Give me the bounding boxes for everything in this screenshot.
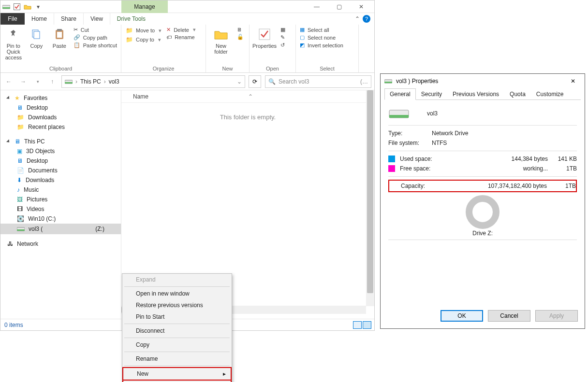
paste-shortcut-button[interactable]: 📋Paste shortcut xyxy=(74,42,117,48)
tree-item-cdrive[interactable]: 💽Win10 (C:) xyxy=(0,214,121,224)
back-button[interactable]: ← xyxy=(3,76,14,87)
pic-icon: 🖼 xyxy=(17,196,23,203)
tree-item-vol3[interactable]: vol3 ( (Z:) xyxy=(0,224,121,234)
ribbon: Pin to Quick access Copy Paste ✂Cut 🔗Cop… xyxy=(0,25,374,73)
tab-general[interactable]: General xyxy=(384,88,416,100)
tab-previous-versions[interactable]: Previous Versions xyxy=(447,88,504,100)
menu-disconnect[interactable]: Disconnect xyxy=(122,325,232,337)
tab-home[interactable]: Home xyxy=(25,13,54,25)
menu-pin-to-start[interactable]: Pin to Start xyxy=(122,311,232,323)
easy-access-button[interactable]: 🔓 xyxy=(237,34,244,40)
manage-contextual-tab[interactable]: Manage xyxy=(121,0,168,13)
breadcrumb[interactable]: vol3 xyxy=(109,78,119,85)
tree-item-documents[interactable]: 📄Documents xyxy=(0,166,121,175)
refresh-button[interactable]: ⟳ xyxy=(249,75,261,88)
tab-view[interactable]: View xyxy=(84,13,110,25)
svg-rect-6 xyxy=(57,29,62,31)
help-icon[interactable]: ? xyxy=(363,15,370,23)
view-large-button[interactable] xyxy=(363,321,371,329)
maximize-button[interactable]: ▢ xyxy=(328,0,350,13)
tree-item-recent[interactable]: 📁Recent places xyxy=(0,122,121,132)
tree-item-music[interactable]: ♪Music xyxy=(0,185,121,195)
dialog-tabs: General Security Previous Versions Quota… xyxy=(384,88,581,100)
search-box[interactable]: 🔍 Search vol3 (… xyxy=(265,75,371,88)
paste-button[interactable]: Paste xyxy=(50,27,69,49)
navigation-tree[interactable]: ★Favorites 🖥Desktop 📁Downloads 📁Recent p… xyxy=(0,90,121,330)
qat-overflow-icon[interactable]: ▾ xyxy=(34,3,42,11)
up-button[interactable]: ↑ xyxy=(47,76,58,87)
apply-button[interactable]: Apply xyxy=(535,310,578,322)
tree-item-pictures[interactable]: 🖼Pictures xyxy=(0,195,121,204)
move-to-button[interactable]: 📁Move to▾ xyxy=(125,27,162,34)
pie-chart xyxy=(466,195,500,229)
menu-restore-versions[interactable]: Restore previous versions xyxy=(122,299,232,311)
tree-network[interactable]: 🖧Network xyxy=(0,239,121,249)
tab-security[interactable]: Security xyxy=(416,88,447,100)
copy-to-button[interactable]: 📁Copy to▾ xyxy=(125,36,162,43)
ok-button[interactable]: OK xyxy=(441,310,483,322)
star-icon: ★ xyxy=(15,95,20,101)
menu-copy[interactable]: Copy xyxy=(122,339,232,351)
tab-file[interactable]: File xyxy=(0,13,25,25)
delete-button[interactable]: ✕Delete▾ xyxy=(166,27,196,33)
open-button[interactable]: ▦ xyxy=(280,27,285,33)
dialog-close-button[interactable]: ✕ xyxy=(565,78,581,85)
tree-item-downloads[interactable]: 📁Downloads xyxy=(0,113,121,122)
cancel-button[interactable]: Cancel xyxy=(488,310,530,322)
drive-name: vol3 xyxy=(427,110,438,117)
scrollbar-vertical[interactable] xyxy=(366,90,374,306)
menu-rename[interactable]: Rename xyxy=(122,353,232,365)
rename-button[interactable]: 🏷Rename xyxy=(166,34,196,40)
new-item-button[interactable]: 🗎 xyxy=(237,27,244,32)
properties-button[interactable]: Properties xyxy=(253,27,276,49)
tree-item-desktop2[interactable]: 🖥Desktop xyxy=(0,156,121,166)
svg-rect-7 xyxy=(57,32,62,38)
svg-rect-10 xyxy=(65,82,73,84)
recent-button[interactable]: ▾ xyxy=(32,76,43,87)
tree-item-videos[interactable]: 🎞Videos xyxy=(0,204,121,214)
desktop-icon: 🖥 xyxy=(17,157,23,164)
submenu-arrow-icon: ▸ xyxy=(223,370,226,377)
tree-item-3d[interactable]: ▣3D Objects xyxy=(0,146,121,156)
tree-item-desktop[interactable]: 🖥Desktop xyxy=(0,103,121,113)
drive-icon xyxy=(2,3,10,11)
close-button[interactable]: ✕ xyxy=(350,0,372,13)
history-button[interactable]: ↺ xyxy=(280,42,285,48)
view-details-button[interactable] xyxy=(353,321,362,329)
drive-big-icon xyxy=(388,106,427,121)
pin-to-quick-access-button[interactable]: Pin to Quick access xyxy=(4,27,23,60)
tree-this-pc[interactable]: 🖥This PC xyxy=(0,137,121,146)
breadcrumb[interactable]: This PC xyxy=(80,78,101,85)
netdrive-icon xyxy=(384,77,392,85)
invert-selection-button[interactable]: ◩Invert selection xyxy=(300,42,343,48)
svg-rect-12 xyxy=(17,229,25,231)
select-all-icon: ▦ xyxy=(300,27,305,33)
edit-button[interactable]: ✎ xyxy=(280,34,285,41)
tree-item-downloads2[interactable]: ⬇Downloads xyxy=(0,175,121,185)
forward-button[interactable]: → xyxy=(18,76,29,87)
move-icon: 📁 xyxy=(125,27,133,34)
svg-rect-8 xyxy=(259,29,270,40)
tree-favorites[interactable]: ★Favorites xyxy=(0,93,121,103)
copy-path-button[interactable]: 🔗Copy path xyxy=(74,34,117,41)
copy-button[interactable]: Copy xyxy=(28,27,46,49)
cut-button[interactable]: ✂Cut xyxy=(74,27,117,33)
tab-customize[interactable]: Customize xyxy=(531,88,569,100)
free-space-row: Free space: working... 1TB xyxy=(388,164,577,173)
ribbon-collapse-icon[interactable]: ⌃ xyxy=(355,15,360,22)
column-headers[interactable]: Name ⌃ xyxy=(121,90,374,103)
check-icon xyxy=(257,27,272,42)
menu-open-new-window[interactable]: Open in new window xyxy=(122,288,232,299)
tab-drive-tools[interactable]: Drive Tools xyxy=(110,13,152,25)
minimize-button[interactable]: — xyxy=(306,0,328,13)
tab-share[interactable]: Share xyxy=(54,13,84,25)
address-box[interactable]: › This PC › vol3 ⌄ xyxy=(61,75,245,88)
history-icon: ↺ xyxy=(280,42,285,48)
tab-quota[interactable]: Quota xyxy=(504,88,531,100)
menu-new[interactable]: New▸ xyxy=(122,367,232,381)
cube-icon: ▣ xyxy=(17,148,22,155)
col-name[interactable]: Name xyxy=(133,93,148,100)
select-all-button[interactable]: ▦Select all xyxy=(300,27,343,33)
new-folder-button[interactable]: New folder xyxy=(210,27,232,55)
select-none-button[interactable]: ▢Select none xyxy=(300,34,343,41)
